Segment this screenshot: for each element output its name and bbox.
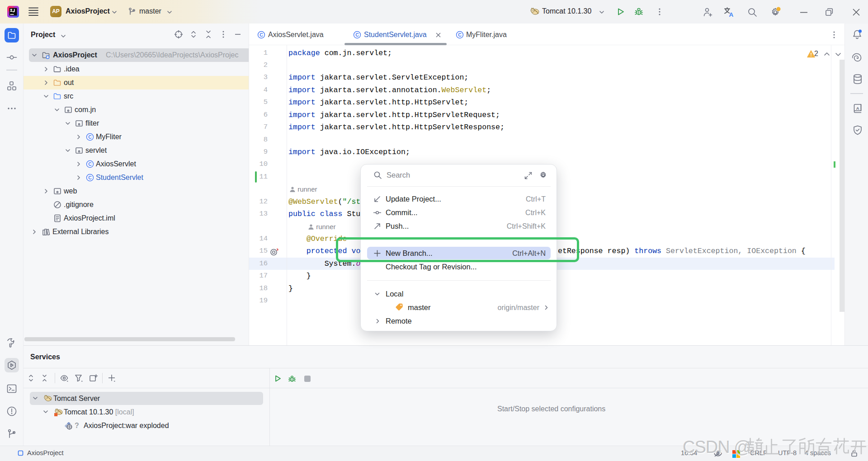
svg-text:A: A [729, 11, 734, 18]
svg-text:C: C [458, 32, 462, 38]
svg-text:C: C [259, 32, 263, 38]
svg-text:C: C [355, 32, 359, 38]
svg-text:C: C [88, 175, 92, 180]
svg-text:C: C [88, 134, 92, 140]
svg-text:A: A [856, 106, 859, 111]
svg-text:C: C [88, 161, 92, 167]
